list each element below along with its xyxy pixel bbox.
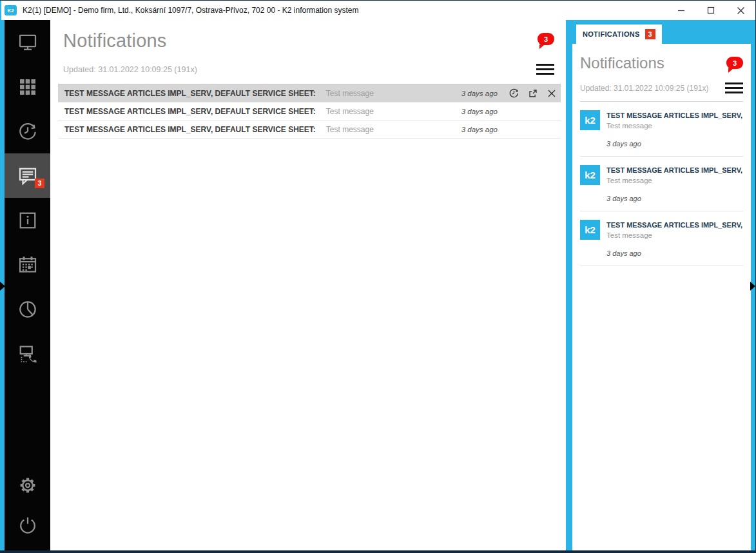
minimize-icon bbox=[677, 6, 685, 14]
notifications-count-badge: 3 bbox=[35, 179, 44, 188]
card-time: 3 days ago bbox=[606, 249, 743, 257]
k2-app-icon: K2 bbox=[5, 5, 17, 15]
sidebar-item-info[interactable] bbox=[5, 198, 50, 242]
card-title: TEST MESSAGE ARTICLES IMPL_SERV, DEFA... bbox=[606, 220, 743, 230]
notification-time: 3 days ago bbox=[461, 108, 498, 115]
maximize-button[interactable] bbox=[696, 1, 726, 20]
pie-chart-icon bbox=[16, 298, 39, 321]
side-panel-body: Notifications 3 Updated: 31.01.2022 10:0… bbox=[572, 44, 751, 550]
notification-message: Test message bbox=[326, 125, 461, 134]
notification-time: 3 days ago bbox=[461, 90, 498, 97]
sidebar: 3 bbox=[5, 20, 50, 550]
card-title: TEST MESSAGE ARTICLES IMPL_SERV, DEFA... bbox=[606, 166, 743, 175]
card-time: 3 days ago bbox=[606, 140, 743, 148]
window-title: K2(1) [DEMO] - Demo firm, Ltd., Koksární… bbox=[23, 6, 666, 15]
notifications-badge-bubble: 3 bbox=[538, 33, 554, 45]
sidebar-item-power[interactable] bbox=[5, 505, 50, 545]
notification-list: TEST MESSAGE ARTICLES IMPL_SERV, DEFAULT… bbox=[58, 84, 561, 139]
sidebar-item-reports[interactable] bbox=[5, 287, 50, 331]
notification-row[interactable]: TEST MESSAGE ARTICLES IMPL_SERV, DEFAULT… bbox=[58, 102, 561, 121]
side-panel-badge-bubble: 3 bbox=[726, 57, 743, 69]
clock-history-icon bbox=[16, 120, 39, 143]
app-body: 3 bbox=[0, 20, 755, 550]
menu-button[interactable] bbox=[536, 63, 554, 76]
notification-card[interactable]: k2 TEST MESSAGE ARTICLES IMPL_SERV, DEFA… bbox=[580, 102, 743, 157]
titlebar: K2 K2(1) [DEMO] - Demo firm, Ltd., Koksá… bbox=[0, 1, 755, 20]
close-button[interactable] bbox=[726, 1, 755, 20]
k2-logo-icon: k2 bbox=[580, 165, 600, 185]
updated-timestamp: Updated: 31.01.2022 10:09:25 (191x) bbox=[63, 65, 197, 74]
open-external-icon[interactable] bbox=[527, 87, 539, 100]
gear-icon bbox=[16, 474, 39, 497]
sidebar-item-remote-support[interactable] bbox=[5, 331, 50, 376]
sidebar-item-notifications[interactable]: 3 bbox=[5, 153, 50, 198]
right-panel-expand-arrow[interactable] bbox=[750, 282, 755, 291]
side-panel-title: Notifications bbox=[580, 54, 664, 72]
tab-count-badge: 3 bbox=[645, 29, 655, 39]
close-icon bbox=[737, 6, 745, 15]
notification-row[interactable]: TEST MESSAGE ARTICLES IMPL_SERV, DEFAULT… bbox=[58, 121, 561, 139]
info-icon bbox=[16, 209, 39, 232]
row-actions bbox=[501, 86, 558, 100]
sidebar-item-desktop[interactable] bbox=[5, 20, 50, 64]
notification-title: TEST MESSAGE ARTICLES IMPL_SERV, DEFAULT… bbox=[64, 107, 316, 116]
calendar-icon bbox=[16, 253, 39, 276]
card-title: TEST MESSAGE ARTICLES IMPL_SERV, DEFA... bbox=[606, 111, 743, 121]
notification-row[interactable]: TEST MESSAGE ARTICLES IMPL_SERV, DEFAULT… bbox=[58, 84, 561, 102]
tab-notifications[interactable]: NOTIFICATIONS 3 bbox=[576, 24, 662, 44]
sidebar-item-modules[interactable] bbox=[5, 64, 50, 109]
power-icon bbox=[16, 514, 39, 537]
monitor-icon bbox=[16, 31, 39, 54]
app-window: K2 K2(1) [DEMO] - Demo firm, Ltd., Koksá… bbox=[0, 0, 756, 553]
card-message: Test message bbox=[606, 121, 743, 131]
maximize-icon bbox=[707, 6, 715, 14]
side-panel-updated-timestamp: Updated: 31.01.2022 10:09:25 (191x) bbox=[580, 84, 709, 93]
remote-support-icon bbox=[16, 342, 39, 365]
main-content: Notifications 3 Updated: 31.01.2022 10:0… bbox=[50, 20, 566, 550]
k2-logo-icon: k2 bbox=[580, 110, 600, 130]
grid-icon bbox=[16, 75, 39, 99]
minimize-button[interactable] bbox=[666, 1, 696, 20]
sidebar-item-calendar[interactable] bbox=[5, 242, 50, 287]
sidebar-spacer bbox=[5, 376, 50, 465]
notification-card[interactable]: k2 TEST MESSAGE ARTICLES IMPL_SERV, DEFA… bbox=[580, 157, 743, 211]
sidebar-item-recent[interactable] bbox=[5, 109, 50, 153]
notification-title: TEST MESSAGE ARTICLES IMPL_SERV, DEFAULT… bbox=[64, 89, 316, 98]
main-header: Notifications 3 Updated: 31.01.2022 10:0… bbox=[50, 20, 566, 84]
notification-title: TEST MESSAGE ARTICLES IMPL_SERV, DEFAULT… bbox=[64, 125, 316, 134]
side-panel-tabstrip: NOTIFICATIONS 3 bbox=[566, 20, 756, 44]
card-message: Test message bbox=[606, 175, 743, 186]
notification-time: 3 days ago bbox=[461, 126, 498, 133]
tab-label: NOTIFICATIONS bbox=[583, 30, 640, 38]
notification-message: Test message bbox=[326, 89, 461, 98]
sidebar-item-settings[interactable] bbox=[5, 465, 50, 505]
dismiss-icon[interactable] bbox=[545, 87, 558, 100]
notifications-side-panel: NOTIFICATIONS 3 Notifications 3 Updated:… bbox=[566, 20, 756, 550]
snooze-icon[interactable] bbox=[507, 86, 521, 100]
notification-card[interactable]: k2 TEST MESSAGE ARTICLES IMPL_SERV, DEFA… bbox=[580, 211, 743, 266]
page-title: Notifications bbox=[63, 30, 167, 52]
card-time: 3 days ago bbox=[606, 195, 743, 202]
k2-logo-icon: k2 bbox=[580, 220, 600, 240]
side-panel-menu-button[interactable] bbox=[725, 81, 743, 95]
notification-message: Test message bbox=[326, 107, 461, 116]
card-message: Test message bbox=[606, 230, 743, 240]
